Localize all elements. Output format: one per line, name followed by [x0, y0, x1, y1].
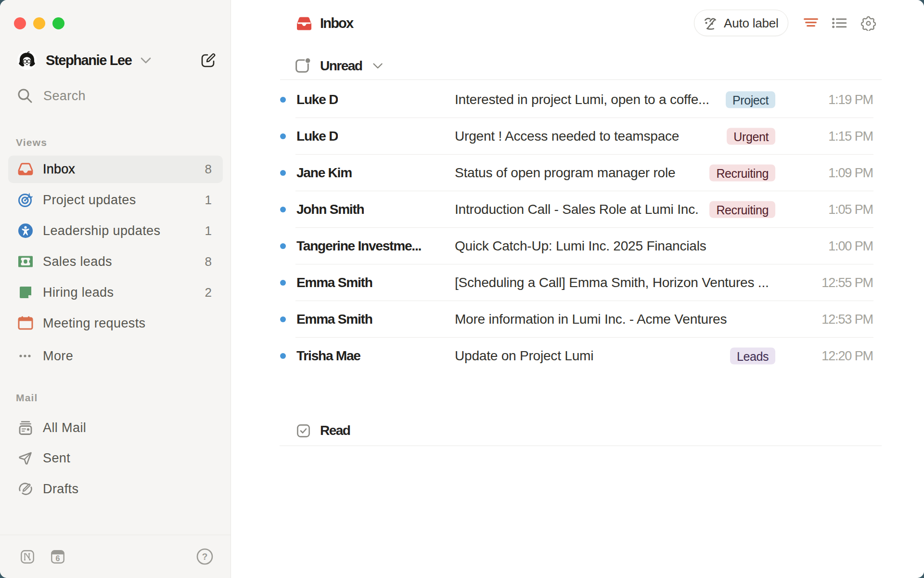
svg-text:?: ? — [202, 552, 208, 562]
svg-text:6: 6 — [56, 554, 60, 563]
